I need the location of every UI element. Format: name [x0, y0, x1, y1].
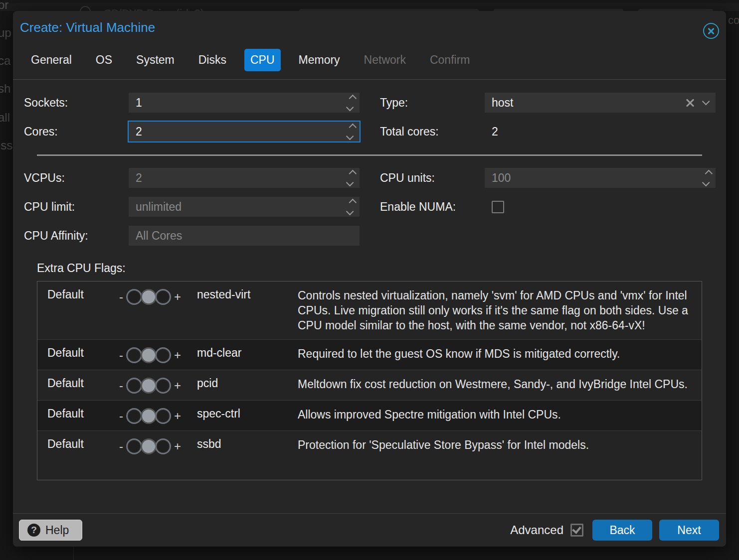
toggle-on-position[interactable]: [155, 438, 171, 454]
toggle-on-position[interactable]: [155, 408, 171, 424]
toggle-default-position[interactable]: [141, 378, 157, 394]
sockets-field: [129, 93, 360, 113]
type-label: Type:: [380, 96, 485, 110]
tristate-slider[interactable]: [126, 408, 171, 424]
background-text-fragment: up: [0, 26, 11, 40]
flag-name: spec-ctrl: [197, 407, 298, 420]
flag-tristate-toggle[interactable]: - +: [103, 438, 197, 454]
flag-state-label: Default: [37, 377, 103, 390]
minus-icon: -: [119, 379, 123, 393]
toggle-default-position[interactable]: [141, 438, 157, 454]
cpu-flag-row: Default - + md-clear Required to let the…: [37, 339, 702, 370]
tristate-slider[interactable]: [126, 378, 171, 394]
cpu-flag-row: Default - + spec-ctrl Allows improved Sp…: [37, 400, 702, 430]
flag-state-label: Default: [37, 437, 103, 451]
toggle-off-position[interactable]: [126, 438, 142, 454]
vcpus-input[interactable]: [129, 168, 343, 188]
flag-state-label: Default: [37, 407, 103, 420]
extra-cpu-flags-label: Extra CPU Flags:: [37, 262, 726, 275]
background-text-fragment: or: [0, 0, 8, 12]
close-icon[interactable]: [703, 23, 719, 39]
toggle-default-position[interactable]: [141, 289, 157, 305]
background-text-fragment: ca: [0, 54, 10, 68]
sockets-spinner[interactable]: [343, 93, 360, 113]
cores-input[interactable]: [129, 122, 343, 141]
toggle-on-position[interactable]: [155, 378, 171, 394]
flag-name: ssbd: [197, 437, 298, 451]
toggle-off-position[interactable]: [126, 378, 142, 394]
cpu-affinity-label: CPU Affinity:: [24, 229, 129, 243]
advanced-label: Advanced: [510, 523, 563, 537]
dialog-footer: ? Help Advanced Back Next: [13, 513, 726, 547]
tab[interactable]: OS: [90, 49, 118, 71]
help-button[interactable]: ? Help: [19, 520, 82, 541]
back-button[interactable]: Back: [592, 520, 652, 541]
toggle-default-position[interactable]: [141, 347, 157, 363]
toggle-off-position[interactable]: [126, 289, 142, 305]
question-mark-icon: ?: [27, 524, 40, 537]
background-text-fragment: all: [0, 111, 10, 125]
cpu-affinity-input[interactable]: [129, 226, 360, 246]
total-cores-value: 2: [485, 125, 498, 139]
flag-state-label: Default: [37, 288, 103, 301]
next-button[interactable]: Next: [659, 520, 719, 541]
cores-spinner[interactable]: [343, 122, 360, 141]
advanced-checkbox[interactable]: [570, 524, 583, 537]
enable-numa-label: Enable NUMA:: [380, 200, 485, 214]
flag-description: Meltdown fix cost reduction on Westmere,…: [298, 377, 702, 392]
tristate-slider[interactable]: [126, 289, 171, 305]
cpu-flag-row: Default - + pcid Meltdown fix cost reduc…: [37, 370, 702, 400]
flag-state-label: Default: [37, 346, 103, 360]
cores-label: Cores:: [24, 125, 129, 139]
cpu-limit-input[interactable]: [129, 197, 343, 217]
toggle-off-position[interactable]: [126, 408, 142, 424]
cpu-flags-table: Default - + nested-virt Controls nested …: [37, 281, 702, 480]
dialog-title: Create: Virtual Machine: [20, 20, 155, 35]
vcpus-field: [129, 168, 360, 188]
background-text-fragment: sh: [0, 82, 10, 96]
flag-description: Required to let the guest OS know if MDS…: [298, 346, 702, 361]
cores-field: [129, 122, 360, 141]
tab[interactable]: Confirm: [424, 49, 476, 71]
flag-tristate-toggle[interactable]: - +: [103, 347, 197, 363]
toggle-on-position[interactable]: [155, 289, 171, 305]
cpu-flag-row: Default - + ssbd Protection for 'Specula…: [37, 430, 702, 461]
toggle-default-position[interactable]: [141, 408, 157, 424]
tab[interactable]: Memory: [293, 49, 346, 71]
tab[interactable]: General: [25, 49, 78, 71]
wizard-tabs: General OS System Disks CPU Memory Netwo…: [13, 42, 726, 79]
minus-icon: -: [119, 290, 123, 304]
dialog-header: Create: Virtual Machine: [13, 11, 726, 42]
tristate-slider[interactable]: [126, 347, 171, 363]
tristate-slider[interactable]: [126, 438, 171, 454]
toggle-off-position[interactable]: [126, 347, 142, 363]
dialog-body: Sockets: Cores: Type:: [13, 79, 726, 480]
cpu-units-input[interactable]: [485, 168, 699, 188]
background-divider: [73, 547, 74, 560]
flag-tristate-toggle[interactable]: - +: [103, 378, 197, 394]
enable-numa-checkbox[interactable]: [492, 201, 504, 213]
cpu-units-label: CPU units:: [380, 171, 485, 185]
plus-icon: +: [174, 379, 181, 393]
tab[interactable]: Network: [358, 49, 412, 71]
cpu-limit-spinner[interactable]: [343, 197, 360, 217]
tab[interactable]: Disks: [192, 49, 232, 71]
cpu-units-field: [485, 168, 716, 188]
flag-description: Allows improved Spectre mitigation with …: [298, 407, 702, 422]
vcpus-spinner[interactable]: [343, 168, 360, 188]
minus-icon: -: [119, 348, 123, 362]
tab[interactable]: System: [130, 49, 181, 71]
sockets-input[interactable]: [129, 93, 343, 113]
chevron-down-icon[interactable]: [699, 93, 716, 113]
flag-tristate-toggle[interactable]: - +: [103, 408, 197, 424]
create-vm-dialog: Create: Virtual Machine General OS Syste…: [13, 11, 726, 547]
tab[interactable]: CPU: [244, 49, 281, 71]
clear-icon[interactable]: [682, 93, 699, 113]
flag-tristate-toggle[interactable]: - +: [103, 289, 197, 305]
toggle-on-position[interactable]: [155, 347, 171, 363]
cpu-type-input[interactable]: [485, 93, 682, 113]
cpu-units-spinner[interactable]: [699, 168, 716, 188]
plus-icon: +: [174, 439, 181, 453]
flag-description: Protection for 'Speculative Store Bypass…: [298, 437, 702, 452]
flag-name: nested-virt: [197, 288, 298, 301]
